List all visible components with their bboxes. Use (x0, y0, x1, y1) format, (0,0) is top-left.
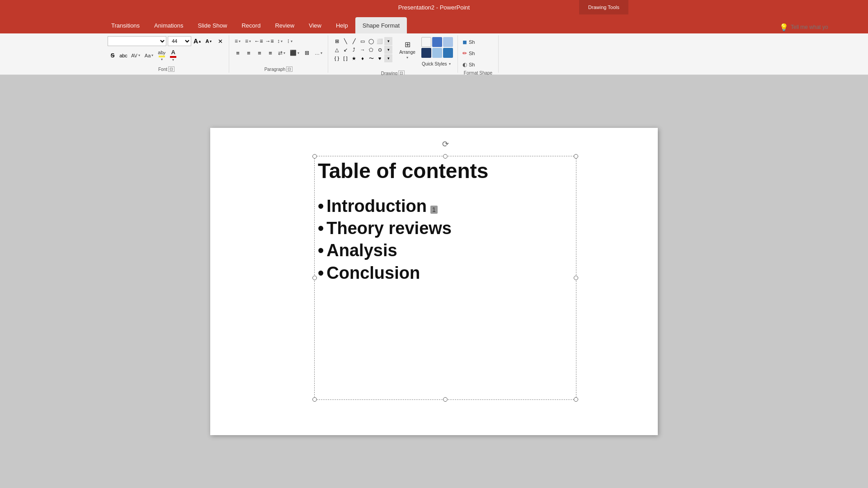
shape-textbox-icon[interactable]: ⊞ (333, 37, 341, 45)
shape-line2-icon[interactable]: ╱ (350, 37, 358, 45)
rotate-handle[interactable]: ⟳ (441, 139, 450, 148)
shape-wave-icon[interactable]: 〜 (367, 54, 375, 62)
shape-diamond-icon[interactable]: ♦ (359, 54, 367, 62)
shape-bracket-icon[interactable]: [ ] (341, 54, 349, 62)
lightbulb-icon: 💡 (779, 23, 788, 32)
qs-item-5[interactable] (432, 48, 442, 58)
tab-animations[interactable]: Animations (147, 17, 190, 33)
decrease-font-button[interactable]: A▼ (204, 36, 214, 46)
tab-help[interactable]: Help (329, 17, 355, 33)
increase-indent-button[interactable]: →≡ (264, 36, 274, 46)
quick-styles-button[interactable]: Quick Styles ▾ (421, 59, 453, 69)
shape-more2-icon[interactable]: ▾ (384, 46, 392, 54)
text-anchor-dropdown[interactable]: ⬛▾ (288, 48, 301, 58)
superscript-badge: 1 (430, 206, 438, 214)
font-selector[interactable] (108, 36, 166, 46)
shape-more-icon[interactable]: ▾ (384, 37, 392, 45)
highlight-dropdown[interactable]: aby ▾ (156, 49, 167, 62)
handle-middle-right[interactable] (574, 276, 578, 280)
justify-button[interactable]: ≡ (265, 48, 275, 58)
text-direction-dropdown[interactable]: ⇄▾ (276, 48, 287, 58)
paragraph-dialog-icon[interactable]: ⊡ (286, 66, 292, 72)
tab-record[interactable]: Record (234, 17, 268, 33)
arrange-button[interactable]: ⊞ Arrange ▾ (396, 37, 419, 62)
handle-top-left[interactable] (312, 154, 317, 159)
shape-rarrow-icon[interactable]: → (359, 46, 367, 54)
shape-more3-icon[interactable]: ▾ (384, 54, 392, 62)
format-shape-outline-item[interactable]: ✏ Sh (462, 48, 495, 58)
strikethrough-button[interactable]: abc (118, 51, 128, 61)
shape-pentagon-icon[interactable]: ⬠ (367, 46, 375, 54)
clear-format-button[interactable]: ✕ (215, 36, 225, 46)
line-spacing-dropdown[interactable]: ↕▾ (275, 36, 284, 46)
tab-transitions[interactable]: Transitions (104, 17, 147, 33)
tab-view[interactable]: View (302, 17, 329, 33)
bullet-item-theory: Theory reviews (318, 217, 573, 239)
shape-star-icon[interactable]: ★ (350, 54, 358, 62)
slide-title: Table of contents (318, 160, 573, 183)
tab-shapeformat[interactable]: Shape Format (355, 17, 407, 33)
title-bar: Presentation2 - PowerPoint Drawing Tools (0, 0, 868, 14)
handle-bottom-right[interactable] (574, 397, 578, 402)
format-shape-group: ◼ Sh ✏ Sh ◐ Sh Format Shape (458, 35, 499, 73)
handle-top-center[interactable] (443, 154, 448, 159)
numbering-dropdown[interactable]: ≡▾ (243, 36, 253, 46)
paragraph-more-dropdown[interactable]: …▾ (313, 48, 324, 58)
qs-item-1[interactable] (421, 37, 431, 47)
handle-middle-left[interactable] (312, 276, 317, 280)
case-change-dropdown[interactable]: Aa ▾ (143, 51, 155, 61)
bullet-text-theory: Theory reviews (326, 217, 452, 239)
arrange-label: Arrange (399, 50, 415, 55)
columns-dropdown[interactable]: ⫶▾ (285, 36, 294, 46)
shape-roundrect-icon[interactable]: ⬜ (376, 37, 384, 45)
align-right-button[interactable]: ≡ (255, 48, 264, 58)
handle-bottom-center[interactable] (443, 397, 448, 402)
qs-item-3[interactable] (443, 37, 453, 47)
shape-curve-icon[interactable]: ⤴ (350, 46, 358, 54)
paragraph-group-label: Paragraph (264, 67, 286, 72)
tab-slideshow[interactable]: Slide Show (190, 17, 234, 33)
shape-brace-icon[interactable]: { } (333, 54, 341, 62)
char-spacing-dropdown[interactable]: AV ▾ (129, 51, 142, 61)
align-left-button[interactable]: ≡ (233, 48, 243, 58)
decrease-indent-button[interactable]: ←≡ (254, 36, 264, 46)
qs-item-6[interactable] (443, 48, 453, 58)
handle-bottom-left[interactable] (312, 397, 317, 402)
tab-review[interactable]: Review (268, 17, 302, 33)
ribbon-toolbar: 44 A▲ A▼ ✕ S abc AV ▾ Aa ▾ aby ▾ A (0, 33, 868, 75)
bullet-text-conclusion: Conclusion (326, 262, 420, 284)
shape-arrow-icon[interactable]: ↙ (341, 46, 349, 54)
align-center-button[interactable]: ≡ (244, 48, 254, 58)
bullet-item-conclusion: Conclusion (318, 262, 573, 284)
format-shape-fill-item[interactable]: ◼ Sh (462, 37, 495, 47)
textbox-content[interactable]: Table of contents Introduction1 Theory r… (318, 160, 573, 284)
shape-heart-icon[interactable]: ♥ (376, 54, 384, 62)
ribbon-tabs: Transitions Animations Slide Show Record… (0, 14, 868, 33)
shape-oval-icon[interactable]: ◯ (367, 37, 375, 45)
font-group-label: Font (158, 67, 167, 72)
font-size-selector[interactable]: 44 (168, 36, 191, 46)
drawing-group: ⊞ ╲ ╱ ▭ ◯ ⬜ ▾ △ ↙ ⤴ → ⬠ ⊙ ▾ (328, 35, 458, 73)
shape-tri-icon[interactable]: △ (333, 46, 341, 54)
bullet-text-analysis: Analysis (326, 239, 397, 262)
slide[interactable]: ⟳ Table of contents Introduction1 Theory… (210, 128, 658, 435)
increase-font-button[interactable]: A▲ (193, 36, 203, 46)
font-dialog-icon[interactable]: ⊡ (168, 66, 175, 72)
tell-me-input[interactable] (788, 21, 861, 33)
shape-fill-icon: ◼ (462, 39, 467, 45)
shape-rect-icon[interactable]: ▭ (359, 37, 367, 45)
smartart-button[interactable]: ⊞ (302, 48, 312, 58)
shape-line-icon[interactable]: ╲ (341, 37, 349, 45)
handle-top-right[interactable] (574, 154, 578, 159)
format-shape-effects-item[interactable]: ◐ Sh (462, 60, 495, 70)
app-title: Presentation2 - PowerPoint (398, 4, 470, 11)
bold-button[interactable]: S (108, 51, 118, 61)
canvas-area: ⟳ Table of contents Introduction1 Theory… (0, 75, 868, 488)
qs-item-2[interactable] (432, 37, 442, 47)
qs-item-4[interactable] (421, 48, 431, 58)
font-color-dropdown[interactable]: A ▾ (168, 48, 178, 63)
shape-outline-icon: ✏ (462, 50, 467, 56)
quick-styles-label: Quick Styles (422, 61, 447, 66)
bullets-dropdown[interactable]: ≡▾ (233, 36, 242, 46)
shape-circle-icon[interactable]: ⊙ (376, 46, 384, 54)
